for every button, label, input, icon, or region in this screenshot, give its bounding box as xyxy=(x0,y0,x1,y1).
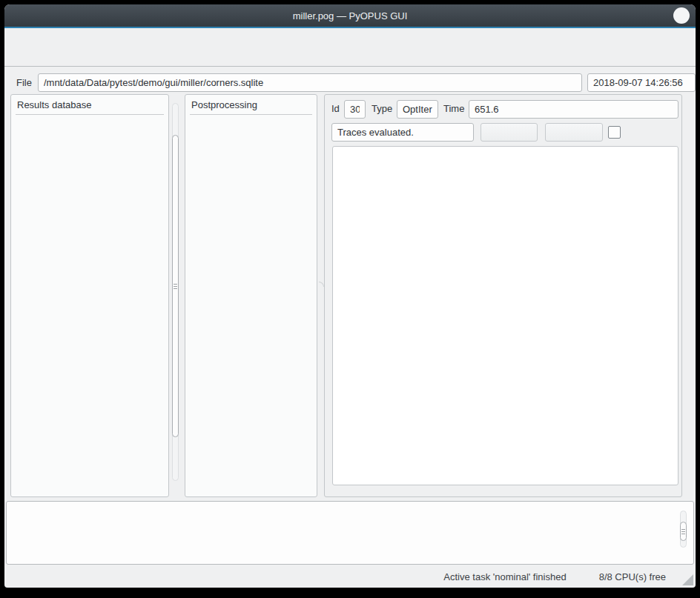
log-scrollbar[interactable] xyxy=(678,503,689,562)
gain-plot xyxy=(335,320,679,484)
resize-grip[interactable] xyxy=(682,574,693,585)
log-output xyxy=(6,501,694,565)
menubar xyxy=(4,28,696,47)
file-bar: File xyxy=(4,70,696,95)
scrollbar-thumb[interactable] xyxy=(680,522,687,541)
app-window: miller.pog — PyOPUS GUI File Results dat… xyxy=(4,4,696,588)
scroll-down-icon[interactable] xyxy=(679,555,687,562)
time-field[interactable] xyxy=(469,100,678,119)
file-label: File xyxy=(16,77,32,88)
scrollbar-track[interactable] xyxy=(172,103,179,481)
scroll-up-icon[interactable] xyxy=(679,548,687,555)
timestamp-field[interactable] xyxy=(587,73,696,92)
divider xyxy=(16,114,164,115)
divider xyxy=(190,114,312,115)
tabbar xyxy=(4,47,696,67)
scroll-down-icon[interactable] xyxy=(171,488,179,496)
scrollbar-track[interactable] xyxy=(680,511,687,548)
trace-status-field[interactable] xyxy=(331,123,474,142)
results-database-panel: Results database xyxy=(10,94,169,497)
file-path-input[interactable] xyxy=(38,73,582,92)
scrollbar-grip xyxy=(681,529,685,534)
cpu-status: 8/8 CPU(s) free xyxy=(599,571,666,582)
splitter-handle[interactable] xyxy=(319,282,324,287)
minimize-button[interactable] xyxy=(632,9,645,22)
time-label: Time xyxy=(443,100,464,118)
maximize-button[interactable] xyxy=(653,9,666,22)
type-field[interactable] xyxy=(397,100,438,119)
scroll-up-icon[interactable] xyxy=(679,503,687,511)
scrollbar-thumb[interactable] xyxy=(172,135,179,437)
id-label: Id xyxy=(331,100,340,118)
record-panel: Id Type Time xyxy=(324,94,682,497)
status-bar: Active task 'nominal' finished 8/8 CPU(s… xyxy=(4,566,696,588)
window-title: miller.pog — PyOPUS GUI xyxy=(4,10,696,21)
plot-area xyxy=(332,146,678,485)
id-field[interactable] xyxy=(344,100,366,119)
scrollbar-grip xyxy=(174,284,177,289)
titlebar[interactable]: miller.pog — PyOPUS GUI xyxy=(4,4,696,27)
stop-button[interactable] xyxy=(481,123,538,142)
scroll-up-icon[interactable] xyxy=(171,481,179,488)
postprocessing-panel: Postprocessing xyxy=(185,94,317,497)
autorefresh-checkbox[interactable] xyxy=(608,126,621,139)
refresh-button[interactable] xyxy=(545,123,603,142)
scroll-up-icon[interactable] xyxy=(171,96,179,103)
active-task-status: Active task 'nominal' finished xyxy=(443,571,566,582)
results-tree-scrollbar[interactable] xyxy=(170,96,181,496)
type-label: Type xyxy=(372,100,392,118)
results-panel-title: Results database xyxy=(11,95,168,113)
dc-plot xyxy=(335,150,679,319)
postprocessing-panel-title: Postprocessing xyxy=(185,95,317,113)
close-button[interactable] xyxy=(673,7,690,24)
